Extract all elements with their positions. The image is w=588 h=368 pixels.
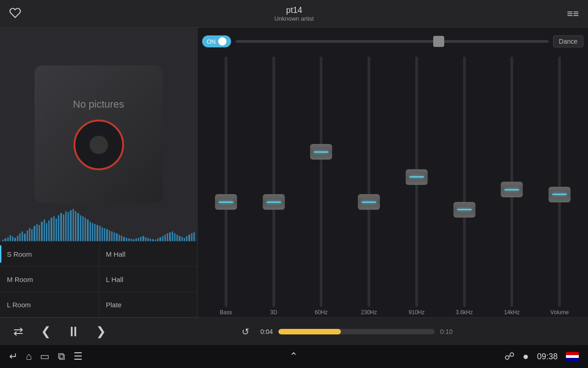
reverb-label-l-room: L Room [7, 301, 31, 309]
heart-button[interactable] [9, 7, 21, 21]
eq-track-3d[interactable] [272, 57, 275, 307]
eq-track-230hz[interactable] [368, 57, 370, 307]
system-time: 09:38 [537, 352, 558, 362]
track-info: pt14 Unknown artist [274, 6, 314, 22]
eq-thumb-volume[interactable] [548, 187, 571, 202]
menu-button[interactable]: ≡≡ [567, 8, 579, 20]
waveform-bar [17, 236, 18, 241]
eq-thumb-910hz[interactable] [406, 169, 428, 185]
eq-panel: ON Dance Bass3D60Hz230Hz910Hz3.6kHz14kHz… [198, 28, 588, 317]
waveform-bar [73, 209, 74, 241]
reverb-label-s-room: S Room [7, 250, 32, 258]
transport-bar: ⇄ ❮ ⏸ ❯ ↺ 0:04 0:10 [0, 317, 588, 345]
waveform-bar [181, 237, 183, 241]
waveform-bar [51, 218, 52, 241]
eq-thumb-line-910hz [409, 176, 424, 178]
eq-toggle-label: ON [207, 38, 216, 45]
waveform-bar [53, 216, 55, 241]
reverb-cell-m-hall[interactable]: M Hall [99, 242, 198, 267]
eq-thumb-60hz[interactable] [310, 144, 332, 160]
eq-track-14khz[interactable] [510, 57, 513, 307]
waveform-bar [2, 240, 4, 241]
waveform-bar [82, 216, 84, 241]
pause-button[interactable]: ⏸ [64, 324, 83, 339]
waveform-bar [58, 215, 59, 241]
main-content: No pictures S RoomM HallM RoomL HallL Ro… [0, 28, 588, 317]
waveform-bar [155, 240, 156, 241]
reverb-label-m-room: M Room [7, 276, 33, 283]
waveform-bar [63, 214, 64, 241]
waveform-bar [68, 212, 69, 241]
eq-label-14khz: 14kHz [504, 309, 520, 317]
waveform-bar [85, 218, 86, 241]
prev-button[interactable]: ❮ [37, 324, 55, 339]
eq-thumb-3d[interactable] [263, 194, 285, 210]
reverb-cell-plate[interactable]: Plate [99, 292, 198, 317]
home-button[interactable]: ⌂ [26, 351, 32, 362]
eq-channel-60hz: 60Hz [298, 54, 345, 317]
shuffle-button[interactable]: ⇄ [9, 324, 28, 339]
waveform-bar [96, 225, 98, 241]
eq-preset-thumb[interactable] [433, 36, 444, 47]
eq-label-3k6hz: 3.6kHz [456, 309, 473, 317]
waveform-bar [133, 239, 134, 241]
eq-track-60hz[interactable] [320, 57, 322, 307]
waveform-bar [80, 215, 81, 241]
waveform-bar [65, 211, 67, 241]
eq-preset-label[interactable]: Dance [553, 35, 583, 47]
eq-track-910hz[interactable] [415, 57, 418, 307]
reverb-cell-s-room[interactable]: S Room [0, 242, 99, 267]
progress-track[interactable] [278, 329, 435, 334]
reverb-cell-l-room[interactable]: L Room [0, 292, 99, 317]
recents-button[interactable]: ▭ [40, 351, 50, 362]
waveform-bar [152, 239, 153, 241]
waveform-bar [136, 238, 137, 241]
eq-thumb-3k6hz[interactable] [453, 202, 475, 218]
eq-label-230hz: 230Hz [361, 309, 377, 317]
waveform-bar [27, 230, 28, 241]
flag-icon [566, 352, 579, 361]
waveform-bar [130, 239, 132, 241]
eq-thumb-230hz[interactable] [358, 194, 380, 210]
eq-preset-bar: ON Dance [202, 32, 583, 51]
menu-sys-button[interactable]: ☰ [74, 351, 83, 362]
waveform-bar [176, 235, 178, 241]
waveform-bar [10, 235, 11, 241]
eq-track-3k6hz[interactable] [463, 57, 466, 307]
eq-label-bass: Bass [220, 309, 232, 317]
reverb-cell-m-room[interactable]: M Room [0, 267, 99, 292]
eq-channel-volume: Volume [536, 54, 583, 317]
waveform-bar [31, 229, 33, 241]
next-button[interactable]: ❯ [92, 324, 110, 339]
waveform-bar [145, 237, 147, 241]
waveform-bar [39, 225, 40, 241]
waveform-bar [193, 232, 195, 241]
chevron-up-icon[interactable]: ⌃ [289, 351, 298, 362]
eq-thumb-14khz[interactable] [501, 182, 523, 197]
eq-thumb-line-230hz [362, 201, 376, 203]
screenshot-button[interactable]: ⧉ [58, 351, 65, 362]
eq-channel-910hz: 910Hz [393, 54, 441, 317]
eq-track-volume[interactable] [558, 57, 561, 307]
waveform-bar [119, 235, 120, 241]
waveform-bar [24, 234, 25, 241]
eq-toggle[interactable]: ON [202, 35, 231, 47]
reverb-cell-l-hall[interactable]: L Hall [99, 267, 198, 292]
eq-thumb-bass[interactable] [215, 194, 237, 210]
eq-thumb-line-volume [552, 194, 567, 195]
waveform-bar [14, 238, 16, 241]
waveform-bar [5, 238, 6, 241]
eq-preset-slider[interactable] [236, 40, 548, 43]
back-button[interactable]: ↵ [9, 351, 17, 362]
waveform-bar [186, 236, 187, 241]
eq-sliders: Bass3D60Hz230Hz910Hz3.6kHz14kHzVolume [202, 54, 583, 317]
waveform-bar [164, 235, 166, 241]
waveform-bar [188, 235, 190, 241]
waveform-bar [12, 236, 13, 241]
waveform-bar [22, 231, 23, 241]
waveform-bar [87, 219, 88, 241]
vinyl-center [90, 136, 108, 154]
eq-track-bass[interactable] [225, 57, 227, 307]
repeat-button[interactable]: ↺ [237, 326, 255, 337]
waveform-bar [157, 238, 158, 241]
